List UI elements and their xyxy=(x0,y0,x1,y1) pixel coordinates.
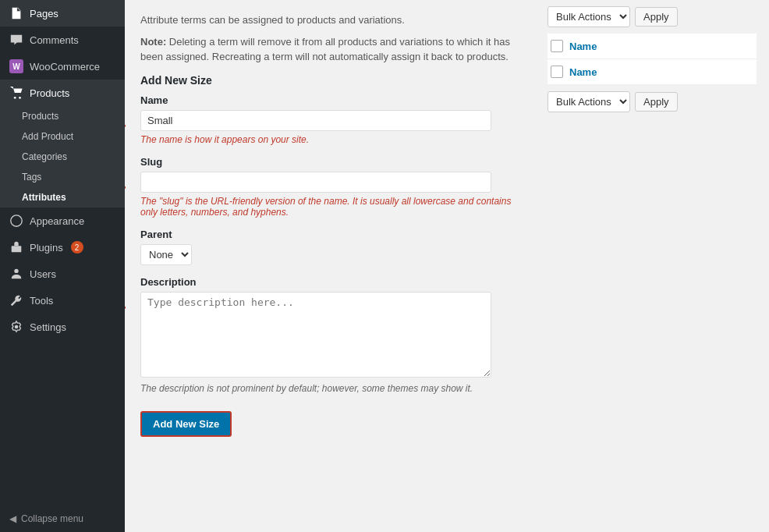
bulk-actions-bottom: Bulk Actions Apply xyxy=(548,85,757,119)
apply-button-top[interactable]: Apply xyxy=(635,7,678,27)
collapse-menu[interactable]: ◀ Collapse menu xyxy=(0,505,125,532)
table-row: Name xyxy=(548,59,757,85)
row-checkbox-2[interactable] xyxy=(551,66,563,78)
description-field: ➜ Description The description is not pro… xyxy=(140,276,519,394)
plugins-badge: 2 xyxy=(71,241,83,254)
svg-point-3 xyxy=(19,97,21,99)
arrow-name: ➜ xyxy=(125,116,126,135)
info-text: Attribute terms can be assigned to produ… xyxy=(140,12,519,28)
products-submenu: Products Add Product Categories Tags Att… xyxy=(0,106,125,207)
right-panel: Bulk Actions Apply Name Name Bulk Action… xyxy=(535,0,769,532)
name-input[interactable] xyxy=(140,110,491,131)
row-name-2[interactable]: Name xyxy=(569,66,597,78)
form-section-title: Add New Size xyxy=(140,74,519,87)
parent-field: Parent None xyxy=(140,229,519,265)
svg-rect-5 xyxy=(12,246,22,252)
sidebar-item-comments[interactable]: Comments xyxy=(0,27,125,53)
parent-select[interactable]: None xyxy=(140,244,192,265)
sidebar-item-plugins[interactable]: Plugins 2 xyxy=(0,234,125,261)
sidebar: Pages Comments W WooCommerce Products Pr… xyxy=(0,0,125,532)
row-name-1[interactable]: Name xyxy=(569,41,597,52)
svg-point-7 xyxy=(15,325,19,329)
users-icon xyxy=(9,267,23,281)
collapse-arrow-icon: ◀ xyxy=(9,513,16,524)
description-textarea[interactable] xyxy=(140,292,491,378)
submenu-products[interactable]: Products xyxy=(0,106,125,126)
submenu-categories[interactable]: Categories xyxy=(0,147,125,167)
svg-rect-1 xyxy=(13,16,17,16)
sidebar-item-plugins-label: Plugins xyxy=(30,242,63,254)
comments-icon xyxy=(9,33,23,47)
appearance-icon xyxy=(9,214,23,228)
add-new-size-button[interactable]: Add New Size xyxy=(140,411,232,437)
description-label: Description xyxy=(140,276,519,288)
pages-icon xyxy=(9,6,23,20)
slug-hint: The "slug" is the URL-friendly version o… xyxy=(140,196,519,218)
submenu-attributes[interactable]: Attributes xyxy=(0,187,125,207)
sidebar-item-settings[interactable]: Settings xyxy=(0,314,125,340)
svg-point-4 xyxy=(11,215,22,226)
apply-button-bottom[interactable]: Apply xyxy=(635,92,678,112)
name-field: ➜ Name The name is how it appears on you… xyxy=(140,94,519,145)
products-icon xyxy=(9,86,23,100)
bulk-actions-select-top[interactable]: Bulk Actions xyxy=(548,6,630,27)
sidebar-item-comments-label: Comments xyxy=(30,34,79,46)
parent-label: Parent xyxy=(140,229,519,240)
sidebar-item-pages-label: Pages xyxy=(30,8,58,20)
slug-label: Slug xyxy=(140,156,519,168)
svg-point-6 xyxy=(14,269,18,273)
sidebar-item-woocommerce[interactable]: W WooCommerce xyxy=(0,53,125,80)
settings-icon xyxy=(9,320,23,334)
row-checkbox-1[interactable] xyxy=(551,40,563,52)
sidebar-item-appearance-label: Appearance xyxy=(30,215,84,227)
tools-icon xyxy=(9,293,23,307)
bulk-actions-select-bottom[interactable]: Bulk Actions xyxy=(548,91,630,112)
svg-rect-0 xyxy=(13,13,19,14)
description-hint: The description is not prominent by defa… xyxy=(140,383,519,394)
collapse-menu-label: Collapse menu xyxy=(21,513,83,524)
sidebar-item-users[interactable]: Users xyxy=(0,261,125,287)
name-label: Name xyxy=(140,94,519,106)
sidebar-item-appearance[interactable]: Appearance xyxy=(0,207,125,234)
submenu-tags[interactable]: Tags xyxy=(0,167,125,187)
slug-field: ➜ Slug The "slug" is the URL-friendly ve… xyxy=(140,156,519,218)
submenu-add-product[interactable]: Add Product xyxy=(0,126,125,147)
left-panel: Attribute terms can be assigned to produ… xyxy=(125,0,535,532)
plugins-icon xyxy=(9,240,23,254)
sidebar-item-products[interactable]: Products xyxy=(0,80,125,106)
sidebar-item-pages[interactable]: Pages xyxy=(0,0,125,27)
svg-point-2 xyxy=(14,97,16,99)
arrow-desc: ➜ xyxy=(125,298,126,317)
sidebar-item-tools-label: Tools xyxy=(30,295,53,307)
sidebar-item-woocommerce-label: WooCommerce xyxy=(30,61,100,73)
arrow-slug: ➜ xyxy=(125,178,126,197)
sidebar-item-products-label: Products xyxy=(30,87,69,99)
sidebar-item-tools[interactable]: Tools xyxy=(0,287,125,314)
main-content: Attribute terms can be assigned to produ… xyxy=(125,0,769,532)
bulk-actions-top: Bulk Actions Apply xyxy=(548,0,757,34)
name-hint: The name is how it appears on your site. xyxy=(140,134,519,145)
sidebar-item-settings-label: Settings xyxy=(30,321,66,333)
sidebar-item-users-label: Users xyxy=(30,268,56,280)
slug-input[interactable] xyxy=(140,172,491,193)
table-row: Name xyxy=(548,34,757,59)
note-text: Note: Deleting a term will remove it fro… xyxy=(140,34,519,65)
woocommerce-icon: W xyxy=(9,59,23,73)
